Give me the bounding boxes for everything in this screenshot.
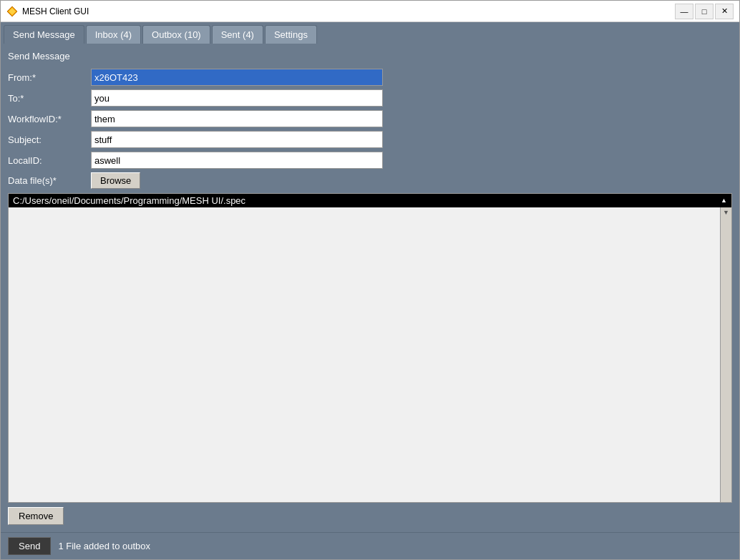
bottom-bar: Remove: [8, 507, 732, 525]
workflowid-label: WorkflowID:*: [8, 114, 87, 124]
file-list-scrollbar[interactable]: ▼: [720, 207, 731, 502]
app-icon: [6, 6, 18, 17]
data-files-row: Data file(s)* Browse: [8, 172, 732, 189]
status-text: 1 File added to outbox: [58, 541, 150, 551]
window-title: MESH Client GUI: [22, 6, 89, 16]
localid-label: LocalID:: [8, 155, 87, 166]
close-button[interactable]: ✕: [715, 4, 734, 19]
main-window: MESH Client GUI — □ ✕ Send Message Inbox…: [0, 0, 740, 560]
subject-label: Subject:: [8, 134, 87, 145]
content-area: Send Message From:* To:* WorkflowID:* Su…: [1, 44, 739, 532]
tab-send-message[interactable]: Send Message: [4, 25, 84, 44]
file-list-body[interactable]: ▼: [9, 207, 731, 502]
send-button[interactable]: Send: [8, 537, 51, 555]
to-input[interactable]: [91, 89, 383, 107]
from-input[interactable]: [91, 69, 383, 86]
from-label: From:*: [8, 72, 87, 83]
tab-sent[interactable]: Sent (4): [212, 25, 263, 44]
title-bar: MESH Client GUI — □ ✕: [1, 1, 739, 22]
localid-input[interactable]: [91, 152, 383, 169]
section-title: Send Message: [8, 51, 732, 62]
to-row: To:*: [8, 89, 732, 107]
title-bar-controls: — □ ✕: [675, 4, 734, 19]
selected-file-path: C:/Users/oneil/Documents/Programming/MES…: [13, 195, 245, 206]
subject-row: Subject:: [8, 131, 732, 148]
workflowid-input[interactable]: [91, 110, 383, 127]
maximize-button[interactable]: □: [695, 4, 714, 19]
file-list-header: C:/Users/oneil/Documents/Programming/MES…: [9, 194, 731, 207]
scrollbar-down-arrow[interactable]: ▼: [721, 209, 731, 216]
tab-outbox[interactable]: Outbox (10): [142, 25, 210, 44]
send-row: Send 1 File added to outbox: [1, 532, 739, 559]
subject-input[interactable]: [91, 131, 383, 148]
browse-button[interactable]: Browse: [91, 172, 140, 189]
tab-bar: Send Message Inbox (4) Outbox (10) Sent …: [1, 22, 739, 44]
to-label: To:*: [8, 93, 87, 104]
minimize-button[interactable]: —: [675, 4, 693, 19]
scroll-up-arrow[interactable]: ▲: [721, 197, 727, 204]
file-list-container: C:/Users/oneil/Documents/Programming/MES…: [8, 193, 732, 503]
tab-inbox[interactable]: Inbox (4): [86, 25, 141, 44]
workflowid-row: WorkflowID:*: [8, 110, 732, 127]
data-files-label: Data file(s)*: [8, 175, 87, 186]
tab-settings[interactable]: Settings: [265, 25, 317, 44]
localid-row: LocalID:: [8, 152, 732, 169]
from-row: From:*: [8, 69, 732, 86]
form-area: From:* To:* WorkflowID:* Subject: LocalI…: [8, 69, 732, 189]
remove-row: Remove: [8, 507, 732, 525]
title-bar-left: MESH Client GUI: [6, 6, 89, 17]
remove-button[interactable]: Remove: [8, 507, 64, 525]
